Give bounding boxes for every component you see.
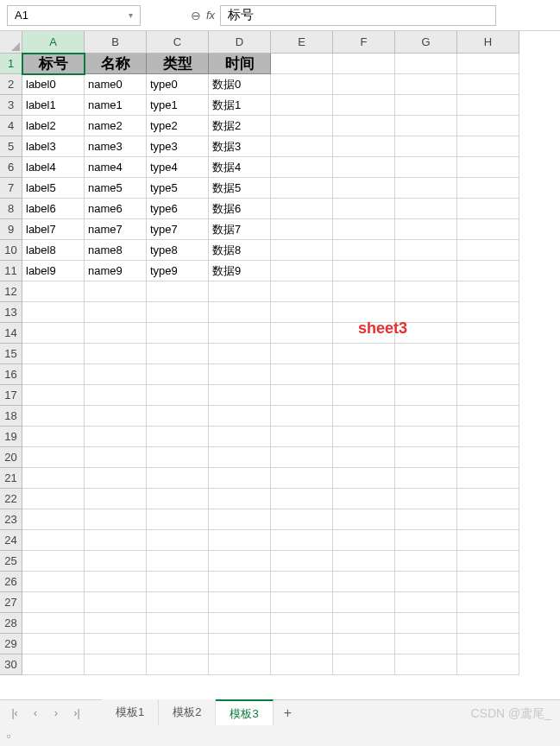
row-header-13[interactable]: 13 [0, 302, 22, 323]
cell-G24[interactable] [395, 530, 457, 551]
cell-H17[interactable] [457, 385, 519, 406]
cell-A7[interactable]: label5 [22, 178, 85, 199]
row-header-23[interactable]: 23 [0, 509, 22, 530]
cell-H18[interactable] [457, 406, 519, 427]
row-header-20[interactable]: 20 [0, 447, 22, 468]
tab-nav-prev[interactable]: ‹ [26, 704, 45, 723]
cell-area[interactable]: 标号名称类型时间label0name0type0数据0label1name1ty… [22, 54, 519, 675]
cell-C6[interactable]: type4 [147, 157, 209, 178]
cell-F17[interactable] [333, 385, 395, 406]
cell-F18[interactable] [333, 406, 395, 427]
cell-A18[interactable] [22, 406, 85, 427]
row-header-15[interactable]: 15 [0, 344, 22, 364]
cell-C5[interactable]: type3 [147, 136, 209, 157]
cell-B28[interactable] [85, 613, 147, 634]
cell-C18[interactable] [147, 406, 209, 427]
cell-H6[interactable] [457, 157, 519, 178]
cell-F8[interactable] [333, 199, 395, 219]
cell-E21[interactable] [271, 468, 333, 489]
cell-H15[interactable] [457, 344, 519, 364]
cell-B29[interactable] [85, 634, 147, 654]
cell-B17[interactable] [85, 385, 147, 406]
cell-D20[interactable] [209, 447, 271, 468]
cell-C22[interactable] [147, 489, 209, 509]
cell-A23[interactable] [22, 509, 85, 530]
cell-E17[interactable] [271, 385, 333, 406]
cell-G7[interactable] [395, 178, 457, 199]
cell-B15[interactable] [85, 344, 147, 364]
row-header-19[interactable]: 19 [0, 427, 22, 447]
row-header-22[interactable]: 22 [0, 489, 22, 509]
cell-G22[interactable] [395, 489, 457, 509]
cell-H7[interactable] [457, 178, 519, 199]
cell-A4[interactable]: label2 [22, 116, 85, 136]
cell-G25[interactable] [395, 551, 457, 572]
cell-A10[interactable]: label8 [22, 240, 85, 261]
row-header-8[interactable]: 8 [0, 199, 22, 219]
cell-C10[interactable]: type8 [147, 240, 209, 261]
cell-F7[interactable] [333, 178, 395, 199]
row-header-28[interactable]: 28 [0, 613, 22, 634]
cell-E29[interactable] [271, 634, 333, 654]
cell-D14[interactable] [209, 323, 271, 344]
cell-D29[interactable] [209, 634, 271, 654]
cell-G27[interactable] [395, 592, 457, 613]
cell-E6[interactable] [271, 157, 333, 178]
cell-E15[interactable] [271, 344, 333, 364]
cell-F10[interactable] [333, 240, 395, 261]
cell-E5[interactable] [271, 136, 333, 157]
cell-C11[interactable]: type9 [147, 261, 209, 281]
cell-A1[interactable]: 标号 [22, 54, 85, 74]
row-header-1[interactable]: 1 [0, 54, 22, 74]
cell-H23[interactable] [457, 509, 519, 530]
cell-A6[interactable]: label4 [22, 157, 85, 178]
cell-E8[interactable] [271, 199, 333, 219]
row-header-5[interactable]: 5 [0, 136, 22, 157]
cell-F23[interactable] [333, 509, 395, 530]
cell-A16[interactable] [22, 364, 85, 385]
cell-G13[interactable] [395, 302, 457, 323]
sheet-tab-1[interactable]: 模板2 [159, 699, 216, 727]
cell-B25[interactable] [85, 551, 147, 572]
tab-nav-last[interactable]: ›| [67, 704, 86, 723]
cell-C30[interactable] [147, 654, 209, 675]
cell-D12[interactable] [209, 281, 271, 302]
cell-B10[interactable]: name8 [85, 240, 147, 261]
cell-F30[interactable] [333, 654, 395, 675]
cell-D4[interactable]: 数据2 [209, 116, 271, 136]
cell-D8[interactable]: 数据6 [209, 199, 271, 219]
column-header-B[interactable]: B [85, 31, 147, 54]
cell-F3[interactable] [333, 95, 395, 116]
cell-E9[interactable] [271, 219, 333, 240]
cell-H3[interactable] [457, 95, 519, 116]
cell-C15[interactable] [147, 344, 209, 364]
cell-C14[interactable] [147, 323, 209, 344]
column-header-A[interactable]: A [22, 31, 85, 54]
cell-A2[interactable]: label0 [22, 74, 85, 95]
column-header-G[interactable]: G [395, 31, 457, 54]
cell-G21[interactable] [395, 468, 457, 489]
cell-E24[interactable] [271, 530, 333, 551]
tab-nav-next[interactable]: › [47, 704, 66, 723]
cell-C26[interactable] [147, 572, 209, 592]
cell-F21[interactable] [333, 468, 395, 489]
cell-D28[interactable] [209, 613, 271, 634]
cell-H4[interactable] [457, 116, 519, 136]
cell-F15[interactable] [333, 344, 395, 364]
cell-H26[interactable] [457, 572, 519, 592]
cell-D6[interactable]: 数据4 [209, 157, 271, 178]
cell-D30[interactable] [209, 654, 271, 675]
row-header-4[interactable]: 4 [0, 116, 22, 136]
cell-H14[interactable] [457, 323, 519, 344]
cell-B2[interactable]: name0 [85, 74, 147, 95]
cell-D19[interactable] [209, 427, 271, 447]
cell-H24[interactable] [457, 530, 519, 551]
cell-G14[interactable] [395, 323, 457, 344]
cell-A11[interactable]: label9 [22, 261, 85, 281]
cell-B18[interactable] [85, 406, 147, 427]
cell-E25[interactable] [271, 551, 333, 572]
cell-F5[interactable] [333, 136, 395, 157]
cell-E2[interactable] [271, 74, 333, 95]
cell-F20[interactable] [333, 447, 395, 468]
column-header-H[interactable]: H [457, 31, 519, 54]
